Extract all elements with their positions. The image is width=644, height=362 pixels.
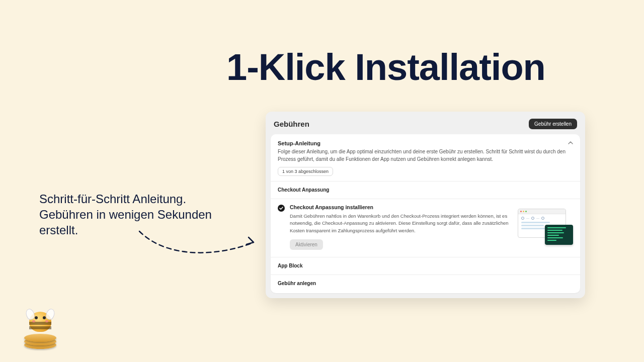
guide-section-app-block[interactable]: App Block	[271, 257, 580, 275]
guide-section-checkout[interactable]: Checkout Anpassung	[271, 181, 580, 199]
create-fee-button[interactable]: Gebühr erstellen	[529, 119, 577, 129]
guide-progress-chip: 1 von 3 abgeschlossen	[278, 167, 333, 176]
card-title: Gebühren	[274, 120, 309, 128]
guide-title: Setup-Anleitung	[278, 140, 573, 146]
step-description: Damit Gebühren nahtlos in den Warenkorb …	[290, 213, 511, 234]
checkmark-circle-icon	[278, 205, 285, 212]
svg-point-0	[278, 205, 285, 212]
collapse-guide-button[interactable]	[567, 139, 574, 146]
app-card: Gebühren Gebühr erstellen Setup-Anleitun…	[266, 112, 585, 298]
section-label: Gebühr anlegen	[278, 281, 316, 286]
chevron-up-icon	[568, 140, 573, 145]
step-title: Checkout Anpassung installieren	[290, 204, 513, 210]
page-headline: 1-Klick Installation	[226, 48, 614, 87]
activate-button[interactable]: Aktivieren	[290, 239, 323, 250]
step-checkout-install: Checkout Anpassung installieren Damit Ge…	[271, 199, 580, 257]
section-label: App Block	[278, 263, 302, 268]
setup-guide-panel: Setup-Anleitung Folge dieser Anleitung, …	[271, 134, 580, 293]
card-header: Gebühren Gebühr erstellen	[266, 112, 585, 134]
guide-section-create-fee[interactable]: Gebühr anlegen	[271, 275, 580, 293]
guide-description: Folge dieser Anleitung, um die App optim…	[278, 148, 573, 163]
page-subtext: Schritt-für-Schritt Anleitung. Gebühren …	[39, 191, 240, 238]
guide-header: Setup-Anleitung Folge dieser Anleitung, …	[271, 134, 580, 181]
illustration-terminal-window	[545, 225, 573, 245]
step-illustration: — —	[518, 209, 573, 245]
bee-mascot-icon	[20, 309, 60, 349]
section-label: Checkout Anpassung	[278, 187, 329, 193]
step-status-icon	[278, 205, 285, 212]
